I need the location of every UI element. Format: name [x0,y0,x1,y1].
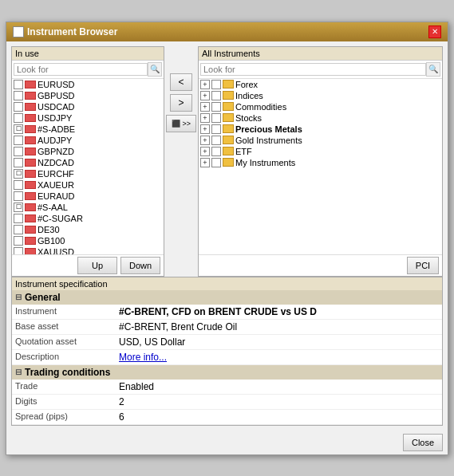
left-search-input[interactable] [14,63,148,76]
item-checkbox[interactable]: ☐ [14,169,23,179]
item-checkbox[interactable] [14,247,23,254]
tree-checkbox[interactable] [211,102,221,112]
folder-icon [223,147,234,155]
list-item[interactable]: XAUEUR [12,179,164,191]
list-item[interactable]: NZDCAD [12,157,164,168]
item-flag [25,136,36,144]
right-arrow-button[interactable]: > [170,94,192,112]
list-item[interactable]: GBPNZD [12,146,164,157]
tree-label: Indices [235,91,263,100]
list-item[interactable]: EURAUD [12,191,164,202]
list-item[interactable]: ☐EURCHF [12,168,164,179]
item-checkbox[interactable] [14,91,23,100]
tree-expand[interactable]: + [200,158,210,167]
item-label: #C-SUGAR [38,214,83,223]
double-arrow-button[interactable]: ⬛ >> [166,115,196,132]
list-item[interactable]: ☐#S-AAL [12,202,164,213]
item-checkbox[interactable] [14,158,23,167]
item-flag [25,192,36,200]
close-button[interactable]: Close [403,434,443,451]
tree-expand[interactable]: + [200,80,210,89]
list-item[interactable]: EURUSD [12,79,164,90]
group-expand-icon: ⊟ [15,368,22,376]
item-checkbox[interactable] [14,136,23,145]
tree-item[interactable]: +Indices [199,90,442,101]
group-name: General [25,292,61,303]
tree-checkbox[interactable] [211,147,221,156]
footer: Close [6,431,448,454]
tree-item[interactable]: +Gold Instruments [199,135,442,146]
tree-checkbox[interactable] [211,91,221,100]
group-name: Trading conditions [25,367,110,378]
list-item[interactable]: ☐#S-ADBE [12,124,164,135]
item-checkbox[interactable] [14,214,23,223]
list-item[interactable]: USDCAD [12,101,164,112]
tree-expand[interactable]: + [200,91,210,100]
spec-row: TradeEnabled [12,380,442,395]
spec-section: Instrument specification ⊟GeneralInstrum… [11,277,443,426]
list-item[interactable]: GBPUSD [12,90,164,101]
item-checkbox[interactable] [14,225,23,234]
item-flag [25,125,36,133]
tree-item[interactable]: +Commodities [199,101,442,112]
tree-expand[interactable]: + [200,102,210,112]
left-arrow-button[interactable]: < [170,73,192,91]
item-checkbox[interactable] [14,191,23,201]
spec-group-header[interactable]: ⊟Trading conditions [12,365,442,380]
tree-checkbox[interactable] [211,124,221,134]
spec-row: DescriptionMore info... [12,350,442,365]
list-item[interactable]: XAUUSD [12,246,164,254]
tree-item[interactable]: +Forex [199,79,442,90]
item-flag [25,159,36,167]
folder-icon [223,102,234,111]
folder-icon [223,158,234,167]
right-search-input[interactable] [200,63,426,76]
item-checkbox[interactable] [14,80,23,89]
item-checkbox[interactable] [14,236,23,246]
item-label: USDCAD [38,102,74,112]
pci-button[interactable]: PCI [407,257,439,274]
tree-checkbox[interactable] [211,80,221,89]
spec-content: ⊟GeneralInstrument#C-BRENT, CFD on BRENT… [12,290,442,425]
tree-checkbox[interactable] [211,113,221,123]
item-checkbox[interactable]: ☐ [14,203,23,212]
item-flag [25,237,36,245]
spec-cell-label: Digits [15,395,119,408]
tree-label: Gold Instruments [235,136,302,145]
title-bar-left: Instrument Browser [13,26,117,37]
list-item[interactable]: #C-SUGAR [12,213,164,224]
folder-icon [223,91,234,100]
list-item[interactable]: USDJPY [12,112,164,124]
tree-item[interactable]: +ETF [199,146,442,157]
item-checkbox[interactable] [14,113,23,123]
spec-row: Instrument#C-BRENT, CFD on BRENT CRUDE v… [12,305,442,320]
tree-expand[interactable]: + [200,124,210,134]
item-label: GB100 [38,236,65,246]
tree-item[interactable]: +Precious Metals [199,124,442,135]
list-item[interactable]: GB100 [12,235,164,246]
tree-checkbox[interactable] [211,158,221,167]
down-button[interactable]: Down [120,257,160,274]
spec-link[interactable]: More info... [119,352,167,363]
up-button[interactable]: Up [77,257,117,274]
tree-expand[interactable]: + [200,147,210,156]
tree-item[interactable]: +My Instruments [199,157,442,168]
item-checkbox[interactable]: ☐ [14,124,23,134]
tree-expand[interactable]: + [200,136,210,145]
item-label: DE30 [38,225,60,234]
tree-item[interactable]: +Stocks [199,112,442,124]
item-checkbox[interactable] [14,180,23,190]
list-item[interactable]: AUDJPY [12,135,164,146]
item-checkbox[interactable] [14,147,23,156]
item-checkbox[interactable] [14,102,23,112]
left-search-icon[interactable]: 🔍 [148,62,162,77]
tree-label: Commodities [235,102,286,112]
spec-cell-label: Trade [15,380,119,393]
tree-checkbox[interactable] [211,136,221,145]
item-flag [25,248,36,254]
close-window-button[interactable]: ✕ [428,26,441,38]
tree-expand[interactable]: + [200,113,210,123]
list-item[interactable]: DE30 [12,224,164,235]
spec-group-header[interactable]: ⊟General [12,290,442,305]
right-search-icon[interactable]: 🔍 [426,62,440,77]
